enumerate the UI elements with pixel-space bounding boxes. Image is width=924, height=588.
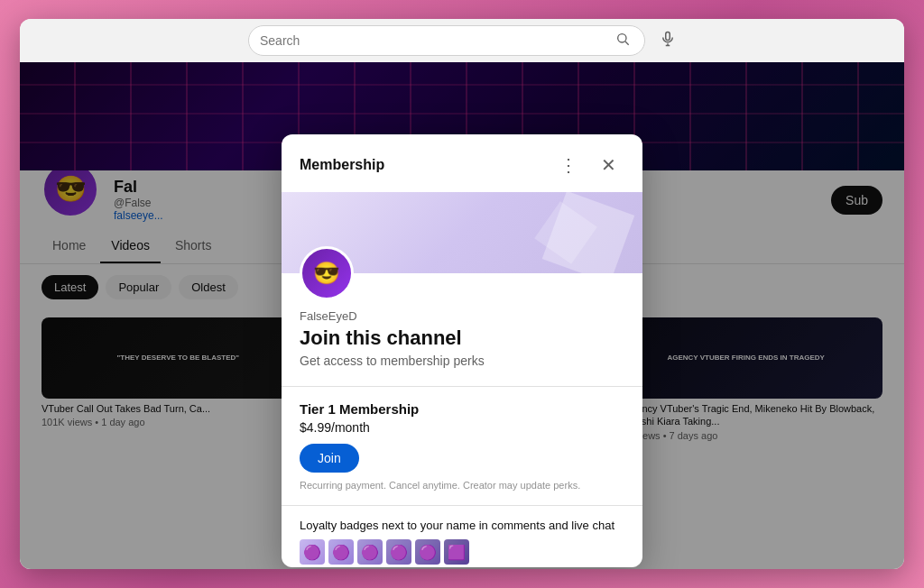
modal-header-actions: ⋮ ✕ [552, 149, 624, 181]
modal-title: Membership [300, 157, 384, 173]
modal-subtitle: Get access to membership perks [300, 354, 624, 368]
modal-header: Membership ⋮ ✕ [282, 134, 642, 192]
badges-row: 🟣 🟣 🟣 🟣 🟣 🟪 [300, 539, 624, 565]
badge-4: 🟣 [386, 539, 411, 565]
tier-section: Tier 1 Membership $4.99/month Join Recur… [300, 387, 624, 567]
perk1-title: Loyalty badges next to your name in comm… [300, 519, 624, 532]
modal-close-button[interactable]: ✕ [592, 149, 624, 181]
perk-badges-section: Loyalty badges next to your name in comm… [300, 519, 624, 565]
tier-disclaimer: Recurring payment. Cancel anytime. Creat… [300, 480, 624, 491]
badge-2: 🟣 [328, 539, 354, 565]
svg-rect-2 [666, 32, 670, 40]
modal-divider-2 [282, 505, 642, 506]
youtube-content: 😎 Fal @False falseeye... Sub Home Videos… [20, 62, 904, 569]
browser-window: 😎 Fal @False falseeye... Sub Home Videos… [20, 19, 904, 569]
tier-name: Tier 1 Membership [300, 401, 624, 417]
modal-more-button[interactable]: ⋮ [552, 149, 585, 181]
modal-body: FalseEyeD Join this channel Get access t… [282, 273, 642, 567]
modal-channel-name: FalseEyeD [300, 309, 624, 323]
modal-avatar: 😎 [300, 246, 354, 300]
search-bar[interactable] [248, 25, 645, 56]
mic-button[interactable] [660, 31, 676, 51]
svg-point-0 [618, 34, 626, 42]
search-icon-button[interactable] [612, 32, 633, 50]
badge-6: 🟪 [444, 539, 469, 565]
tier-price: $4.99/month [300, 420, 624, 435]
badge-1: 🟣 [300, 539, 325, 565]
modal-overlay[interactable]: Membership ⋮ ✕ 😎 FalseEyeD Join [20, 62, 904, 569]
badge-5: 🟣 [415, 539, 440, 565]
search-input[interactable] [260, 33, 605, 48]
badge-3: 🟣 [357, 539, 383, 565]
browser-toolbar [20, 19, 904, 62]
join-button[interactable]: Join [300, 444, 359, 473]
modal-join-title: Join this channel [300, 326, 624, 350]
membership-modal: Membership ⋮ ✕ 😎 FalseEyeD Join [282, 134, 642, 567]
svg-line-1 [625, 41, 629, 45]
modal-hero: 😎 [282, 192, 642, 273]
